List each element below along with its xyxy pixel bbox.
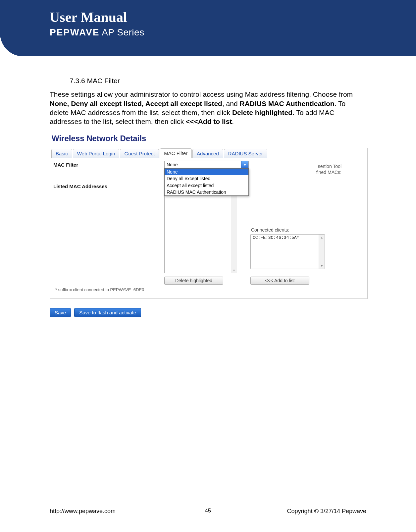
tab-radius-server[interactable]: RADIUS Server bbox=[224, 149, 267, 158]
option-deny[interactable]: Deny all except listed bbox=[165, 175, 248, 182]
brand-line: PEPWAVE AP Series bbox=[50, 27, 416, 38]
chevron-down-icon[interactable]: ▼ bbox=[241, 161, 248, 168]
add-to-list-button[interactable]: <<< Add to list bbox=[250, 277, 309, 285]
insertion-tool-legend: sertion Tool bbox=[257, 163, 343, 169]
config-screenshot: Basic Web Portal Login Guest Protect MAC… bbox=[50, 148, 368, 299]
page-number: 45 bbox=[205, 508, 211, 514]
tab-basic[interactable]: Basic bbox=[51, 149, 72, 158]
defined-macs-label: fined MACs: bbox=[257, 169, 343, 175]
scrollbar[interactable]: ▴▾ bbox=[319, 235, 325, 269]
connected-clients-label: Connected clients: bbox=[251, 227, 325, 233]
manual-title: User Manual bbox=[50, 9, 416, 25]
footer-url: http://www.pepwave.com bbox=[50, 508, 116, 515]
tab-web-portal-login[interactable]: Web Portal Login bbox=[73, 149, 120, 158]
delete-highlighted-button[interactable]: Delete highlighted bbox=[164, 277, 223, 285]
listed-mac-label: Listed MAC Addresses bbox=[53, 182, 164, 190]
intro-paragraph: These settings allow your administrator … bbox=[50, 90, 366, 126]
connected-clients-listbox[interactable]: CC:FE:3C:46:34:5A* ▴▾ bbox=[250, 234, 325, 269]
save-flash-button[interactable]: Save to flash and activate bbox=[74, 308, 141, 317]
scrollbar[interactable]: ▴▾ bbox=[231, 183, 237, 273]
save-button[interactable]: Save bbox=[50, 308, 71, 317]
content-area: 7.3.6 MAC Filter These settings allow yo… bbox=[0, 56, 416, 317]
tab-advanced[interactable]: Advanced bbox=[192, 149, 223, 158]
suffix-note: * suffix = client connected to PEPWAVE_6… bbox=[53, 285, 364, 295]
section-heading: 7.3.6 MAC Filter bbox=[70, 76, 366, 85]
scroll-down-icon[interactable]: ▾ bbox=[321, 264, 323, 268]
insertion-tool-area: sertion Tool fined MACs: bbox=[257, 161, 343, 181]
option-none[interactable]: None bbox=[165, 169, 248, 175]
scroll-up-icon[interactable]: ▴ bbox=[321, 235, 323, 239]
mac-filter-dropdown[interactable]: None ▼ None Deny all except listed Accep… bbox=[164, 161, 249, 169]
option-accept[interactable]: Accept all except listed bbox=[165, 182, 248, 189]
right-column: Connected clients: CC:FE:3C:46:34:5A* ▴▾ bbox=[250, 182, 325, 269]
page-footer: http://www.pepwave.com 45 Copyright © 3/… bbox=[50, 508, 366, 515]
series-name: AP Series bbox=[102, 27, 144, 37]
mac-filter-options[interactable]: None Deny all except listed Accept all e… bbox=[164, 168, 249, 196]
page-header: User Manual PEPWAVE AP Series bbox=[0, 0, 416, 56]
footer-copyright: Copyright © 3/27/14 Pepwave bbox=[287, 508, 366, 515]
scroll-down-icon[interactable]: ▾ bbox=[233, 268, 235, 272]
panel-title: Wireless Network Details bbox=[50, 132, 366, 148]
connected-client-item[interactable]: CC:FE:3C:46:34:5A* bbox=[251, 235, 325, 241]
mac-filter-value: None bbox=[167, 162, 178, 168]
brand-name: PEPWAVE bbox=[50, 27, 99, 37]
mac-filter-label: MAC Filter bbox=[53, 161, 164, 168]
tab-guest-protect[interactable]: Guest Protect bbox=[120, 149, 159, 158]
tab-mac-filter[interactable]: MAC Filter bbox=[160, 148, 192, 158]
mac-filter-select[interactable]: None ▼ bbox=[164, 161, 249, 169]
tabs-bar: Basic Web Portal Login Guest Protect MAC… bbox=[50, 148, 367, 158]
option-radius[interactable]: RADIUS MAC Authentication bbox=[165, 189, 248, 195]
action-buttons: Save Save to flash and activate bbox=[50, 308, 366, 317]
panel-body: MAC Filter None ▼ None Deny all except l… bbox=[50, 158, 367, 298]
